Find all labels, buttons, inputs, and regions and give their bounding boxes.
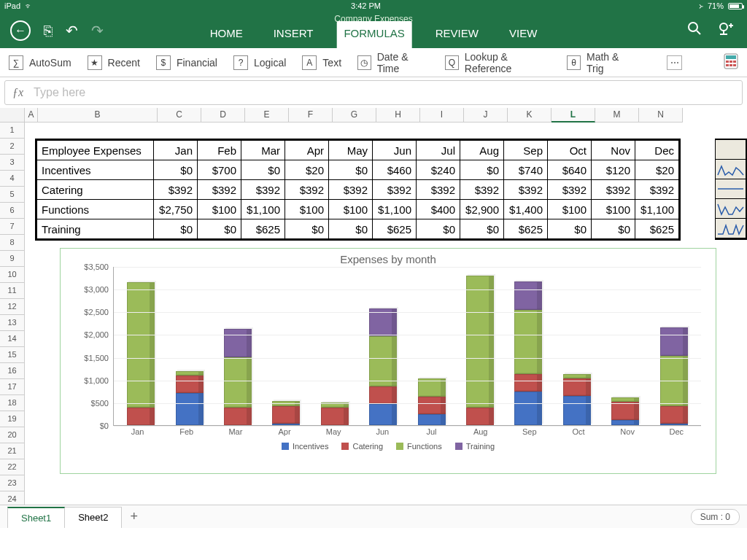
table-cell[interactable]: $460 (373, 160, 417, 180)
bar-nov[interactable] (608, 397, 642, 425)
table-cell[interactable]: $640 (548, 160, 592, 180)
table-col-jun[interactable]: Jun (373, 141, 417, 160)
calculator-icon[interactable] (724, 53, 738, 71)
tab-view[interactable]: VIEW (502, 21, 544, 48)
bar-oct[interactable] (560, 374, 594, 425)
row-header-5[interactable]: 5 (0, 187, 25, 203)
col-header-C[interactable]: C (158, 108, 201, 122)
table-cell[interactable]: $0 (548, 219, 592, 239)
table-col-jul[interactable]: Jul (417, 141, 460, 160)
bar-may[interactable] (318, 402, 352, 425)
tab-insert[interactable]: INSERT (266, 21, 321, 48)
table-col-may[interactable]: May (329, 141, 373, 160)
table-row-functions[interactable]: Functions (37, 200, 154, 219)
table-cell[interactable]: $100 (285, 200, 329, 219)
file-icon[interactable]: ⎘ (44, 23, 53, 39)
row-header-18[interactable]: 18 (0, 395, 25, 411)
table-row-incentives[interactable]: Incentives (37, 160, 154, 180)
table-cell[interactable]: $392 (417, 180, 460, 200)
sparkline-column[interactable] (715, 139, 747, 240)
row-header-17[interactable]: 17 (0, 379, 25, 395)
table-row-training[interactable]: Training (37, 219, 154, 239)
col-header-A[interactable]: A (25, 108, 38, 122)
status-sum[interactable]: Sum : 0 (691, 509, 740, 525)
sparkline-functions[interactable] (716, 199, 746, 219)
table-cell[interactable]: $0 (329, 219, 373, 239)
table-cell[interactable]: $100 (198, 200, 241, 219)
ribbon-logical[interactable]: ?Logical (233, 55, 286, 70)
table-cell[interactable]: $0 (417, 219, 460, 239)
row-header-13[interactable]: 13 (0, 315, 25, 331)
table-col-mar[interactable]: Mar (241, 141, 285, 160)
ribbon-date-time[interactable]: ◷Date & Time (357, 51, 429, 74)
sparkline-catering[interactable] (716, 179, 746, 199)
table-cell[interactable]: $625 (373, 219, 417, 239)
table-cell[interactable]: $0 (460, 160, 504, 180)
table-cell[interactable]: $2,750 (154, 200, 198, 219)
table-cell[interactable]: $392 (504, 180, 548, 200)
table-cell[interactable]: $0 (460, 219, 504, 239)
col-header-I[interactable]: I (420, 108, 464, 122)
table-cell[interactable]: $392 (329, 180, 373, 200)
table-col-oct[interactable]: Oct (548, 141, 592, 160)
table-cell[interactable]: $625 (241, 219, 285, 239)
bar-dec[interactable] (657, 327, 691, 425)
col-header-E[interactable]: E (245, 108, 289, 122)
table-col-apr[interactable]: Apr (285, 141, 329, 160)
bar-apr[interactable] (269, 401, 303, 425)
table-cell[interactable]: $625 (504, 219, 548, 239)
table-cell[interactable]: $0 (154, 160, 198, 180)
row-header-12[interactable]: 12 (0, 299, 25, 315)
table-cell[interactable]: $740 (504, 160, 548, 180)
sheet-tab-sheet1[interactable]: Sheet1 (7, 507, 65, 528)
table-cell[interactable]: $392 (460, 180, 504, 200)
table-cell[interactable]: $1,100 (635, 200, 679, 219)
col-header-B[interactable]: B (38, 108, 158, 122)
row-header-19[interactable]: 19 (0, 411, 25, 427)
row-header-3[interactable]: 3 (0, 155, 25, 171)
tab-review[interactable]: REVIEW (428, 21, 486, 48)
row-header-15[interactable]: 15 (0, 347, 25, 363)
table-cell[interactable]: $100 (548, 200, 592, 219)
table-cell[interactable]: $100 (329, 200, 373, 219)
row-header-9[interactable]: 9 (0, 251, 25, 267)
col-header-D[interactable]: D (201, 108, 245, 122)
table-cell[interactable]: $392 (285, 180, 329, 200)
table-cell[interactable]: $1,100 (241, 200, 285, 219)
sparkline-incentives[interactable] (716, 160, 746, 179)
table-cell[interactable]: $100 (592, 200, 635, 219)
table-cell[interactable]: $392 (548, 180, 592, 200)
row-header-21[interactable]: 21 (0, 443, 25, 459)
row-header-4[interactable]: 4 (0, 171, 25, 187)
row-header-11[interactable]: 11 (0, 283, 25, 299)
table-col-sep[interactable]: Sep (504, 141, 548, 160)
row-header-1[interactable]: 1 (0, 122, 25, 139)
table-cell[interactable]: $392 (198, 180, 241, 200)
table-cell[interactable]: $0 (329, 160, 373, 180)
col-header-J[interactable]: J (464, 108, 508, 122)
legend-training[interactable]: Training (455, 442, 495, 451)
table-cell[interactable]: $392 (592, 180, 635, 200)
cells-canvas[interactable]: Employee ExpensesJanFebMarAprMayJunJulAu… (25, 122, 747, 528)
table-cell[interactable]: $625 (635, 219, 679, 239)
col-header-L[interactable]: L (551, 108, 595, 122)
table-cell[interactable]: $400 (417, 200, 460, 219)
add-sheet-button[interactable]: + (121, 506, 147, 527)
table-cell[interactable]: $20 (635, 160, 679, 180)
table-cell[interactable]: $392 (241, 180, 285, 200)
row-header-14[interactable]: 14 (0, 331, 25, 347)
ribbon-lookup-reference[interactable]: QLookup & Reference (445, 51, 551, 74)
ribbon-financial[interactable]: $Financial (156, 55, 217, 70)
bar-feb[interactable] (173, 371, 206, 425)
legend-incentives[interactable]: Incentives (282, 442, 329, 451)
table-cell[interactable]: $392 (373, 180, 417, 200)
row-header-23[interactable]: 23 (0, 475, 25, 491)
table-cell[interactable]: $0 (198, 219, 241, 239)
expenses-chart[interactable]: Expenses by month $0$500$1,000$1,500$2,0… (60, 248, 716, 474)
bar-jun[interactable] (366, 308, 400, 425)
expenses-table[interactable]: Employee ExpensesJanFebMarAprMayJunJulAu… (35, 139, 681, 241)
legend-catering[interactable]: Catering (341, 442, 383, 451)
tab-formulas[interactable]: FORMULAS (336, 21, 411, 48)
spreadsheet-area[interactable]: ABCDEFGHIJKLMN 1234567891011121314151617… (0, 108, 747, 528)
ribbon-overflow-button[interactable]: ⋯ (667, 55, 682, 70)
